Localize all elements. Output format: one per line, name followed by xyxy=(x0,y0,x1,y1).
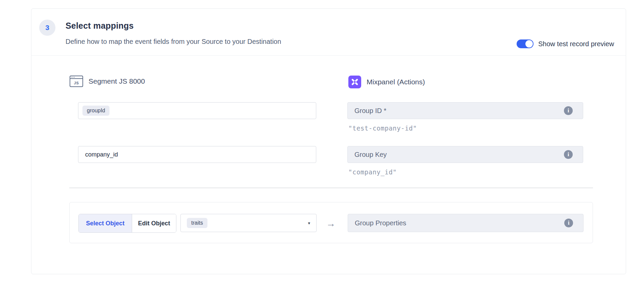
test-record-preview-control: Show test record preview xyxy=(517,39,614,48)
destination-header: Mixpanel (Actions) xyxy=(348,76,425,88)
info-icon[interactable]: i xyxy=(564,219,573,227)
edit-object-button[interactable]: Edit Object xyxy=(132,214,176,232)
object-mapping-card: Select Object Edit Object traits ▾ → Gro… xyxy=(69,202,593,243)
preview-toggle[interactable] xyxy=(517,39,534,48)
destination-field-group-id: Group ID * i xyxy=(347,102,583,119)
source-field-input-group-id[interactable]: groupId xyxy=(78,102,316,119)
destination-name: Mixpanel (Actions) xyxy=(367,78,425,86)
js-icon-label: JS xyxy=(70,79,82,86)
page-subtitle: Define how to map the event fields from … xyxy=(66,38,281,46)
header-divider xyxy=(31,55,626,56)
arrow-right-icon: → xyxy=(325,218,337,229)
destination-field-label: Group Key xyxy=(354,151,564,159)
destination-field-label: Group ID * xyxy=(354,107,564,115)
destination-field-group-key: Group Key i xyxy=(347,146,583,163)
info-icon[interactable]: i xyxy=(564,106,573,115)
caret-down-icon: ▾ xyxy=(308,221,310,226)
test-preview-value: "test-company-id" xyxy=(348,124,417,132)
step-badge: 3 xyxy=(39,20,55,36)
section-divider xyxy=(69,188,593,188)
mappings-card: 3 Select mappings Define how to map the … xyxy=(31,8,626,274)
field-token-chip[interactable]: groupId xyxy=(82,106,109,116)
step-number: 3 xyxy=(45,24,49,32)
source-name: Segment JS 8000 xyxy=(89,77,145,85)
preview-toggle-label: Show test record preview xyxy=(538,40,614,48)
source-field-text-input[interactable] xyxy=(82,151,312,158)
page-title: Select mappings xyxy=(66,21,134,31)
destination-field-label: Group Properties xyxy=(355,219,564,227)
destination-field-group-properties: Group Properties i xyxy=(348,214,584,232)
dropdown-value-chip[interactable]: traits xyxy=(187,218,207,228)
object-path-dropdown[interactable]: traits ▾ xyxy=(180,214,317,232)
source-field-input-group-key[interactable] xyxy=(78,146,316,163)
mixpanel-icon xyxy=(348,76,361,88)
select-object-button[interactable]: Select Object xyxy=(79,214,132,232)
test-preview-value: "company_id" xyxy=(348,168,397,176)
info-icon[interactable]: i xyxy=(564,150,573,159)
object-mode-segmented-control: Select Object Edit Object xyxy=(78,214,176,233)
browser-js-icon: JS xyxy=(70,76,83,87)
toggle-knob-icon xyxy=(525,40,533,48)
source-header: JS Segment JS 8000 xyxy=(70,76,145,87)
